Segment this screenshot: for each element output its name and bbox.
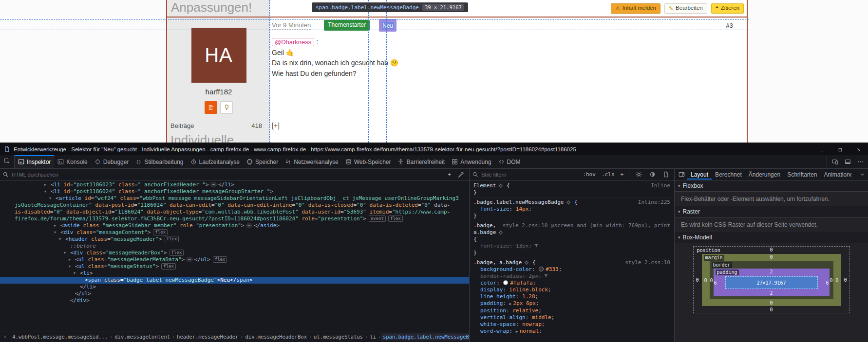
position-right-value[interactable]: 0 <box>844 277 847 283</box>
breadcrumb-item[interactable]: ul.messageStatus <box>312 333 365 341</box>
all-tabs-button[interactable] <box>857 170 867 179</box>
markup-row[interactable]: ▾<article id="wcf24" class="wbbPost mess… <box>0 195 469 202</box>
css-declaration[interactable]: display: inline-block; <box>473 287 670 293</box>
breadcrumb-scroll-left[interactable]: ‹ <box>0 333 10 340</box>
post-number-link[interactable]: #3 <box>726 22 747 29</box>
css-declaration[interactable]: word-wrap: ▶normal; <box>473 328 670 335</box>
devtools-titlebar[interactable]: Entwicklerwerkzeuge - Selektor für "Neu"… <box>0 143 868 155</box>
breadcrumb-item[interactable]: span.badge.label.newMessageBadge <box>381 333 469 341</box>
pick-element-button[interactable] <box>0 155 15 168</box>
markup-row[interactable]: ▾<li id="post1186024" class=" anchorFixe… <box>0 188 469 195</box>
rule-source-link[interactable]: Inline <box>646 182 670 189</box>
markup-row[interactable]: firefox.de/forum/thema/133579-selektor-f… <box>0 216 469 222</box>
css-declaration[interactable]: padding: ▶2px 6px; <box>473 300 670 307</box>
avatar[interactable]: HA <box>191 28 246 83</box>
devtools-tab-web-speicher[interactable]: Web-Speicher <box>342 155 395 168</box>
devtools-tab-anwendung[interactable]: Anwendung <box>448 155 494 168</box>
devtools-tab-debugger[interactable]: Debugger <box>91 155 132 168</box>
flex-badge[interactable]: flex <box>161 263 176 270</box>
class-panel-button[interactable]: .cls <box>600 171 617 178</box>
margin-left-value[interactable]: 0 <box>704 277 707 283</box>
sidebar-tab-animationen[interactable]: Animationen <box>820 169 851 180</box>
add-rule-button[interactable]: + <box>618 171 625 178</box>
dark-scheme-button[interactable] <box>646 169 658 180</box>
devtools-tab-stilbearbeitung[interactable]: {}Stilbearbeitung <box>132 155 187 168</box>
username-link[interactable]: harff182 <box>206 88 232 96</box>
css-declaration[interactable]: vertical-align: middle; <box>473 314 670 321</box>
light-scheme-button[interactable] <box>633 169 644 180</box>
devtools-tab-dom[interactable]: DOM <box>495 155 524 168</box>
event-badge[interactable]: event <box>369 216 386 222</box>
css-declaration[interactable]: white-space: nowrap; <box>473 321 670 328</box>
box-model-content[interactable]: 27×17.9167 <box>725 276 818 289</box>
devtools-tab-konsole[interactable]: Konsole <box>54 155 91 168</box>
collapsed-children-badge[interactable]: ⋯ <box>246 223 252 228</box>
css-declaration[interactable]: position: relative; <box>473 307 670 314</box>
flex-badge[interactable]: flex <box>388 216 403 222</box>
markup-row[interactable]: ▸<aside class="messageSidebar member" ro… <box>0 222 469 229</box>
devtools-tab-inspektor[interactable]: Inspektor <box>15 155 54 168</box>
color-swatch[interactable] <box>539 267 544 271</box>
flex-badge[interactable]: flex <box>213 256 227 263</box>
color-swatch[interactable] <box>503 280 508 285</box>
border-right-value[interactable]: 0 <box>830 278 832 283</box>
markup-row[interactable]: ▾<li> <box>0 270 469 277</box>
pseudo-class-button[interactable]: :hov <box>581 171 598 178</box>
css-declaration[interactable]: font-size: 14px; <box>473 206 670 213</box>
position-left-value[interactable]: 0 <box>696 277 699 283</box>
responsive-mode-button[interactable] <box>829 155 841 168</box>
rule-selector[interactable]: .badge, <box>473 222 496 229</box>
inhalt-melden-button[interactable]: ⚠Inhalt melden <box>611 3 660 14</box>
rule-selector[interactable]: a.badge <box>473 229 496 236</box>
mention-link[interactable]: @Dharkness <box>272 38 314 46</box>
sidebar-tab-schriftarten[interactable]: Schriftarten <box>784 169 820 180</box>
markup-row-selected[interactable]: <span class="badge label newMessageBadge… <box>0 277 469 284</box>
flex-badge[interactable]: flex <box>153 229 168 235</box>
close-button[interactable] <box>849 143 868 155</box>
css-declaration[interactable]: background-color: #333; <box>473 266 670 273</box>
markup-row[interactable]: ▸<ul class="messageHeaderMetaData">⋯</ul… <box>0 256 469 263</box>
dock-button[interactable] <box>842 155 853 168</box>
markup-row[interactable]: </div> <box>0 297 469 304</box>
style-filter-input[interactable] <box>480 171 579 178</box>
sidebar-tab-änderungen[interactable]: Änderungen <box>745 169 784 180</box>
minimize-button[interactable] <box>812 143 831 155</box>
markup-row[interactable]: ▾<header class="messageHeader">flex <box>0 236 469 243</box>
markup-row[interactable]: </li> <box>0 284 469 290</box>
maximize-button[interactable] <box>831 143 849 155</box>
markup-row[interactable]: ▾<ul class="messageStatus">flex <box>0 263 469 270</box>
position-top-value[interactable]: 0 <box>770 247 773 252</box>
padding-top-value[interactable]: 2 <box>770 269 773 274</box>
grid-section-header[interactable]: ▾Raster <box>675 206 868 217</box>
rule-selector[interactable]: .badge.label.newMessageBadge <box>473 199 564 206</box>
markup-row[interactable]: jsQuoteMessageContainer" data-post-id="1… <box>0 202 469 209</box>
sidebar-toggle-button[interactable] <box>676 170 687 179</box>
position-bottom-value[interactable]: 0 <box>770 307 773 312</box>
rule-selector[interactable]: Element <box>473 182 496 189</box>
rule-source-link[interactable]: style-2.css:10 <box>620 259 670 266</box>
markup-row[interactable]: ▾<div class="messageHeaderBox">flex <box>0 250 469 256</box>
margin-right-value[interactable]: 0 <box>835 277 838 283</box>
bearbeiten-button[interactable]: ✎Bearbeiten <box>664 3 707 14</box>
flexbox-section-header[interactable]: ▾Flexbox <box>675 180 868 192</box>
markup-row[interactable]: ::before <box>0 243 469 250</box>
css-declaration[interactable]: border-radius: 2px; <box>473 273 670 280</box>
rule-source-link[interactable]: style-2.css:10 @screen and (min-width: 7… <box>498 222 670 229</box>
sidebar-tab-layout[interactable]: Layout <box>687 169 712 180</box>
padding-bottom-value[interactable]: 2 <box>770 290 773 296</box>
devtools-tab-speicher[interactable]: Speicher <box>243 155 282 168</box>
collapsed-children-badge[interactable]: ⋯ <box>186 257 192 262</box>
add-node-button[interactable]: + <box>446 171 453 178</box>
markup-row[interactable]: is-disabled="0" data-object-id="1186024"… <box>0 209 469 216</box>
breadcrumb-item[interactable]: div.messageHeaderBox <box>244 333 309 341</box>
html-search-input[interactable] <box>11 171 444 178</box>
user-posts-icon[interactable] <box>205 101 217 114</box>
markup-row[interactable]: </ul> <box>0 290 469 297</box>
eyedropper-button[interactable] <box>455 169 467 180</box>
post-time-link[interactable]: Vor 9 Minuten <box>272 21 311 30</box>
margin-bottom-value[interactable]: 0 <box>770 300 773 306</box>
css-declaration[interactable]: color: #fafafa; <box>473 280 670 287</box>
breadcrumb-item[interactable]: 4.wbbPost.message.messageSid... <box>10 333 110 341</box>
flex-badge[interactable]: flex <box>165 236 179 242</box>
padding-left-value[interactable]: 6 <box>714 280 717 285</box>
